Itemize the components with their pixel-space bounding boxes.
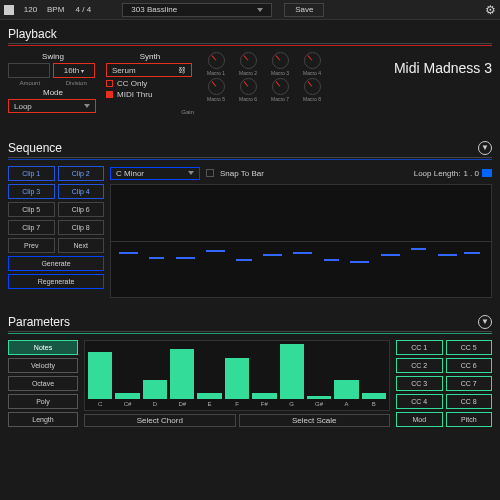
loop-length-value: 1 . 0: [463, 169, 479, 178]
bar-C[interactable]: [88, 352, 112, 399]
swing-division-select[interactable]: 16th▾: [53, 63, 95, 78]
param-tab-octave[interactable]: Octave: [8, 376, 78, 391]
param-tab-notes[interactable]: Notes: [8, 340, 78, 355]
bar-label: C#: [124, 401, 132, 407]
cc-button-3[interactable]: CC 6: [446, 358, 493, 373]
cc-only-checkbox[interactable]: [106, 80, 113, 87]
generate-button[interactable]: Generate: [8, 256, 104, 271]
synth-label: Synth: [106, 52, 194, 61]
notes-probability-chart[interactable]: CC#DD#EFF#GG#AB: [84, 340, 390, 411]
preset-name: 303 Bassline: [131, 5, 177, 14]
clip-button-4[interactable]: Clip 4: [58, 184, 105, 199]
macro-knob-1[interactable]: [208, 52, 225, 69]
bar-label: F: [235, 401, 239, 407]
bpm-label: BPM: [47, 5, 64, 14]
bar-label: G#: [315, 401, 323, 407]
cc-button-9[interactable]: Pitch: [446, 412, 493, 427]
parameters-title: Parameters: [8, 315, 70, 329]
macro-knob-3[interactable]: [272, 52, 289, 69]
bar-C#[interactable]: [115, 393, 139, 399]
chevron-down-icon: [188, 171, 194, 175]
bar-D#[interactable]: [170, 349, 194, 399]
bar-F[interactable]: [225, 358, 249, 399]
macro-knob-8[interactable]: [304, 78, 321, 95]
next-button[interactable]: Next: [58, 238, 105, 253]
clip-button-3[interactable]: Clip 3: [8, 184, 55, 199]
midi-thru-checkbox[interactable]: [106, 91, 113, 98]
chevron-down-icon: [257, 8, 263, 12]
macro-knob-4[interactable]: [304, 52, 321, 69]
mode-label: Mode: [8, 88, 98, 97]
cc-button-7[interactable]: CC 8: [446, 394, 493, 409]
save-button[interactable]: Save: [284, 3, 324, 17]
stop-button[interactable]: [4, 5, 14, 15]
parameters-collapse-button[interactable]: ▼: [478, 315, 492, 329]
division-label: Division: [55, 80, 99, 86]
macro-label: Macro 1: [207, 70, 225, 76]
loop-length-label: Loop Length:: [414, 169, 461, 178]
bar-label: F#: [261, 401, 268, 407]
clip-button-1[interactable]: Clip 1: [8, 166, 55, 181]
link-icon: ⛓: [178, 66, 186, 75]
snap-checkbox[interactable]: [206, 169, 214, 177]
macro-label: Macro 2: [239, 70, 257, 76]
bar-label: D#: [178, 401, 186, 407]
bar-D[interactable]: [143, 380, 167, 399]
synth-select[interactable]: Serum ⛓: [106, 63, 192, 77]
prev-button[interactable]: Prev: [8, 238, 55, 253]
sequence-canvas[interactable]: [110, 184, 492, 298]
macro-knob-6[interactable]: [240, 78, 257, 95]
brand-title: Midi Madness 3: [394, 60, 492, 76]
cc-button-8[interactable]: Mod: [396, 412, 443, 427]
gear-icon[interactable]: ⚙: [485, 3, 496, 17]
param-tab-length[interactable]: Length: [8, 412, 78, 427]
snap-label: Snap To Bar: [220, 169, 264, 178]
time-signature: 4 / 4: [68, 5, 98, 14]
loop-length-slider[interactable]: [482, 169, 492, 177]
bar-label: D: [153, 401, 157, 407]
bar-G[interactable]: [280, 344, 304, 399]
clip-button-6[interactable]: Clip 6: [58, 202, 105, 217]
macro-knob-2[interactable]: [240, 52, 257, 69]
clip-button-8[interactable]: Clip 8: [58, 220, 105, 235]
bar-label: E: [208, 401, 212, 407]
bar-label: C: [98, 401, 102, 407]
cc-button-1[interactable]: CC 5: [446, 340, 493, 355]
bar-A[interactable]: [334, 380, 358, 399]
bar-label: G: [289, 401, 294, 407]
mode-select[interactable]: Loop: [8, 99, 96, 113]
param-tab-velocity[interactable]: Velocity: [8, 358, 78, 373]
cc-button-0[interactable]: CC 1: [396, 340, 443, 355]
regenerate-button[interactable]: Regenerate: [8, 274, 104, 289]
clip-button-5[interactable]: Clip 5: [8, 202, 55, 217]
cc-button-5[interactable]: CC 7: [446, 376, 493, 391]
macro-knob-7[interactable]: [272, 78, 289, 95]
clip-button-2[interactable]: Clip 2: [58, 166, 105, 181]
macro-label: Macro 6: [239, 96, 257, 102]
swing-label: Swing: [8, 52, 98, 61]
bar-B[interactable]: [362, 393, 386, 399]
macro-label: Macro 4: [303, 70, 321, 76]
scale-select[interactable]: C Minor: [110, 167, 200, 180]
bpm-value: 120: [18, 5, 43, 14]
sequence-title: Sequence: [8, 141, 62, 155]
select-chord-button[interactable]: Select Chord: [84, 414, 236, 427]
clip-button-7[interactable]: Clip 7: [8, 220, 55, 235]
cc-button-6[interactable]: CC 4: [396, 394, 443, 409]
select-scale-button[interactable]: Select Scale: [239, 414, 391, 427]
bar-E[interactable]: [197, 393, 221, 399]
cc-button-2[interactable]: CC 2: [396, 358, 443, 373]
bar-F#[interactable]: [252, 393, 276, 399]
macro-label: Macro 7: [271, 96, 289, 102]
macro-knob-5[interactable]: [208, 78, 225, 95]
gain-label: Gain: [106, 109, 194, 115]
bar-G#[interactable]: [307, 396, 331, 399]
amount-label: Amount: [8, 80, 52, 86]
cc-button-4[interactable]: CC 3: [396, 376, 443, 391]
param-tab-poly[interactable]: Poly: [8, 394, 78, 409]
preset-selector[interactable]: 303 Bassline: [122, 3, 272, 17]
sequence-collapse-button[interactable]: ▼: [478, 141, 492, 155]
macro-label: Macro 8: [303, 96, 321, 102]
swing-amount-knob[interactable]: [8, 63, 50, 78]
macro-label: Macro 3: [271, 70, 289, 76]
